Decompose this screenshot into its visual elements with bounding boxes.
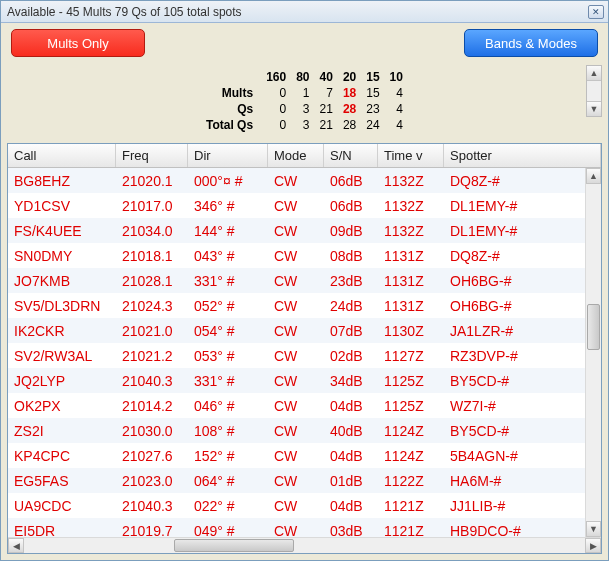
cell-time: 1130Z — [378, 323, 444, 339]
col-spotter[interactable]: Spotter — [444, 144, 601, 167]
table-row[interactable]: IK2CKR21021.0054° #CW07dB1130ZJA1LZR-# — [8, 318, 601, 343]
cell-call: BG8EHZ — [8, 173, 116, 189]
cell-mode: CW — [268, 273, 324, 289]
table-row[interactable]: JQ2LYP21040.3331° #CW34dB1125ZBY5CD-# — [8, 368, 601, 393]
chevron-left-icon[interactable]: ◀ — [8, 538, 24, 553]
cell-call: SV2/RW3AL — [8, 348, 116, 364]
table-row[interactable]: UA9CDC21040.3022° #CW04dB1121ZJJ1LIB-# — [8, 493, 601, 518]
table-row[interactable]: ZS2I21030.0108° #CW40dB1124ZBY5CD-# — [8, 418, 601, 443]
cell-dir: 049° # — [188, 523, 268, 538]
cell-mode: CW — [268, 523, 324, 538]
summary-cell: 21 — [315, 117, 338, 133]
band-hdr: 20 — [338, 69, 361, 85]
table-row[interactable]: JO7KMB21028.1331° #CW23dB1131ZOH6BG-# — [8, 268, 601, 293]
cell-dir: 046° # — [188, 398, 268, 414]
table-row[interactable]: SN0DMY21018.1043° #CW08dB1131ZDQ8Z-# — [8, 243, 601, 268]
table-row[interactable]: SV5/DL3DRN21024.3052° #CW24dB1131ZOH6BG-… — [8, 293, 601, 318]
cell-call: OK2PX — [8, 398, 116, 414]
cell-call: EI5DR — [8, 523, 116, 538]
cell-sn: 24dB — [324, 298, 378, 314]
cell-time: 1132Z — [378, 198, 444, 214]
cell-mode: CW — [268, 173, 324, 189]
cell-call: FS/K4UEE — [8, 223, 116, 239]
horizontal-scrollbar[interactable]: ◀ ▶ — [8, 537, 601, 553]
cell-dir: 108° # — [188, 423, 268, 439]
grid-header: Call Freq Dir Mode S/N Time v Spotter — [8, 144, 601, 168]
bands-modes-button[interactable]: Bands & Modes — [464, 29, 598, 57]
chevron-up-icon[interactable]: ▲ — [587, 66, 601, 81]
summary-cell: 0 — [261, 85, 291, 101]
titlebar: Available - 45 Mults 79 Qs of 105 total … — [1, 1, 608, 23]
cell-call: KP4CPC — [8, 448, 116, 464]
cell-spotter: BY5CD-# — [444, 423, 601, 439]
chevron-up-icon[interactable]: ▲ — [586, 168, 601, 184]
col-mode[interactable]: Mode — [268, 144, 324, 167]
cell-freq: 21040.3 — [116, 373, 188, 389]
table-row[interactable]: YD1CSV21017.0346° #CW06dB1132ZDL1EMY-# — [8, 193, 601, 218]
scroll-track[interactable] — [586, 184, 601, 521]
close-icon[interactable]: ✕ — [588, 5, 604, 19]
cell-mode: CW — [268, 348, 324, 364]
cell-time: 1125Z — [378, 373, 444, 389]
table-row[interactable]: SV2/RW3AL21021.2053° #CW02dB1127ZRZ3DVP-… — [8, 343, 601, 368]
scroll-thumb[interactable] — [587, 304, 600, 350]
cell-freq: 21018.1 — [116, 248, 188, 264]
summary-cell: 7 — [315, 85, 338, 101]
cell-sn: 04dB — [324, 498, 378, 514]
cell-call: JQ2LYP — [8, 373, 116, 389]
cell-call: IK2CKR — [8, 323, 116, 339]
chevron-right-icon[interactable]: ▶ — [585, 538, 601, 553]
cell-freq: 21020.1 — [116, 173, 188, 189]
cell-time: 1122Z — [378, 473, 444, 489]
vertical-scrollbar[interactable]: ▲ ▼ — [585, 168, 601, 537]
summary-cell: 28 — [338, 117, 361, 133]
spots-grid: Call Freq Dir Mode S/N Time v Spotter BG… — [7, 143, 602, 554]
table-row[interactable]: FS/K4UEE21034.0144° #CW09dB1132ZDL1EMY-# — [8, 218, 601, 243]
table-row[interactable]: EI5DR21019.7049° #CW03dB1121ZHB9DCO-# — [8, 518, 601, 537]
summary-cell: 4 — [385, 101, 408, 117]
summary-cell: 24 — [361, 117, 384, 133]
summary-cell: 1 — [291, 85, 314, 101]
cell-freq: 21014.2 — [116, 398, 188, 414]
table-row[interactable]: BG8EHZ21020.1000°¤ #CW06dB1132ZDQ8Z-# — [8, 168, 601, 193]
cell-mode: CW — [268, 323, 324, 339]
table-row[interactable]: EG5FAS21023.0064° #CW01dB1122ZHA6M-# — [8, 468, 601, 493]
scroll-track[interactable] — [24, 538, 585, 553]
cell-time: 1124Z — [378, 448, 444, 464]
cell-spotter: 5B4AGN-# — [444, 448, 601, 464]
cell-sn: 04dB — [324, 398, 378, 414]
band-hdr: 40 — [315, 69, 338, 85]
mults-only-button[interactable]: Mults Only — [11, 29, 145, 57]
table-row[interactable]: KP4CPC21027.6152° #CW04dB1124Z5B4AGN-# — [8, 443, 601, 468]
summary-table: 160 80 40 20 15 10 Mults 0 1 7 18 15 4 Q… — [201, 69, 408, 133]
table-row[interactable]: OK2PX21014.2046° #CW04dB1125ZWZ7I-# — [8, 393, 601, 418]
col-time[interactable]: Time v — [378, 144, 444, 167]
cell-sn: 08dB — [324, 248, 378, 264]
cell-time: 1121Z — [378, 498, 444, 514]
cell-dir: 331° # — [188, 373, 268, 389]
col-dir[interactable]: Dir — [188, 144, 268, 167]
cell-mode: CW — [268, 398, 324, 414]
cell-spotter: JJ1LIB-# — [444, 498, 601, 514]
cell-call: UA9CDC — [8, 498, 116, 514]
cell-sn: 02dB — [324, 348, 378, 364]
summary-cell: 4 — [385, 85, 408, 101]
col-freq[interactable]: Freq — [116, 144, 188, 167]
summary-cell: 3 — [291, 117, 314, 133]
summary-scrollbar[interactable]: ▲ ▼ — [586, 65, 602, 117]
summary-cell: 0 — [261, 117, 291, 133]
cell-call: EG5FAS — [8, 473, 116, 489]
chevron-down-icon[interactable]: ▼ — [587, 101, 601, 116]
col-call[interactable]: Call — [8, 144, 116, 167]
cell-sn: 07dB — [324, 323, 378, 339]
cell-dir: 043° # — [188, 248, 268, 264]
cell-spotter: RZ3DVP-# — [444, 348, 601, 364]
cell-dir: 331° # — [188, 273, 268, 289]
available-window: Available - 45 Mults 79 Qs of 105 total … — [0, 0, 609, 561]
cell-spotter: HB9DCO-# — [444, 523, 601, 538]
cell-mode: CW — [268, 423, 324, 439]
scroll-thumb[interactable] — [174, 539, 294, 552]
band-hdr: 10 — [385, 69, 408, 85]
chevron-down-icon[interactable]: ▼ — [586, 521, 601, 537]
col-sn[interactable]: S/N — [324, 144, 378, 167]
